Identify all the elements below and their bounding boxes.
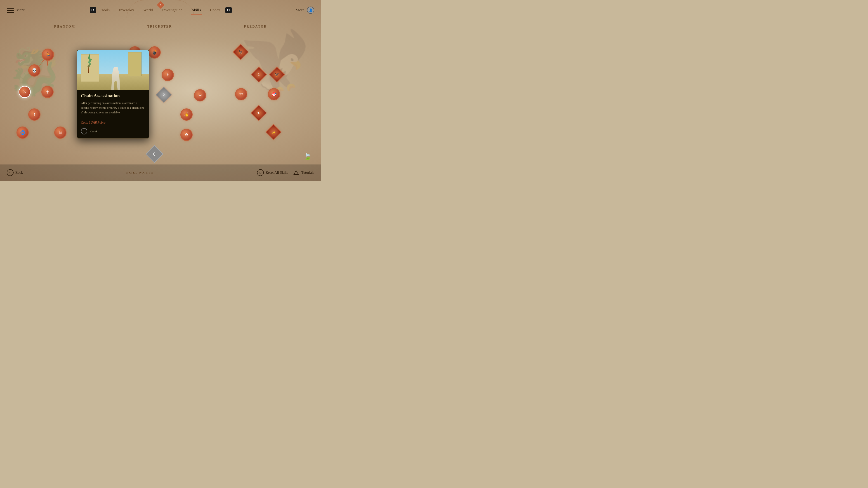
- skill-circle: 🗡: [28, 108, 40, 121]
- tutorials-label: Tutorials: [301, 170, 314, 175]
- menu-label[interactable]: Menu: [16, 8, 25, 12]
- back-label: Back: [16, 170, 23, 175]
- tutorials-button[interactable]: Tutorials: [293, 169, 314, 176]
- nav-center: L1 Tools Inventory World Investigation !…: [90, 6, 232, 14]
- skill-card-description: After performing an assassination, assas…: [81, 101, 145, 115]
- skill-connectors: [0, 32, 68, 66]
- skill-node-phantom-1[interactable]: 🏃: [42, 48, 54, 61]
- skill-circle: 🎯: [268, 88, 280, 100]
- skill-node-phantom-3[interactable]: ⚔: [19, 86, 31, 98]
- skill-diamond: 🦅: [233, 44, 249, 60]
- skill-points-value: 0: [153, 152, 156, 157]
- tab-tools[interactable]: Tools: [97, 6, 114, 14]
- reset-icon: □: [81, 128, 87, 134]
- category-trickster: TRICKSTER: [147, 25, 172, 29]
- skill-tree: 🏃 💀 ⚔ 🗡 🌀 ☠ 🗡 💣 ⚕ 🎯 2 ✂ 👋 ⚙: [0, 32, 321, 163]
- reset-all-button[interactable]: □ Reset All Skills: [257, 169, 288, 176]
- skill-card-title: Chain Assassination: [81, 93, 145, 98]
- menu-icon: [7, 8, 14, 13]
- tab-inventory[interactable]: Inventory: [115, 6, 138, 14]
- skill-point-diamond: 0: [145, 145, 163, 163]
- skill-node-trickster-7[interactable]: ⚙: [180, 129, 193, 141]
- skill-point-container: 0: [148, 148, 161, 160]
- bottom-left: ○ Back: [7, 169, 23, 176]
- skill-node-trickster-2[interactable]: ⚕: [162, 69, 174, 81]
- skill-node-trickster-6[interactable]: 👋: [180, 108, 193, 121]
- skill-circle: ⚙: [180, 129, 193, 141]
- reset-all-icon: □: [257, 169, 264, 176]
- skill-node-predator-1[interactable]: 🦅: [235, 46, 246, 58]
- skill-circle: ⚕: [162, 69, 174, 81]
- back-icon: ○: [7, 169, 13, 176]
- skill-node-phantom-2[interactable]: 💀: [28, 64, 40, 76]
- skill-card-body: Chain Assassination After performing an …: [77, 90, 149, 138]
- skill-node-predator-3[interactable]: 🦅: [271, 69, 283, 80]
- skill-diamond: 👁: [251, 105, 267, 121]
- store-label[interactable]: Store: [296, 8, 304, 12]
- skill-card-reset[interactable]: □ Reset: [81, 128, 145, 134]
- skill-circle: ⚔: [19, 86, 31, 98]
- skill-circle: 🗡: [41, 86, 54, 98]
- leaf-icon: 🍃: [304, 153, 312, 160]
- skill-node-predator-5[interactable]: 🎯: [268, 88, 280, 100]
- scene-building-2: [128, 52, 142, 76]
- tab-skills[interactable]: Skills: [188, 6, 205, 14]
- skill-card-cost: Costs 3 Skill Points: [81, 121, 145, 125]
- skill-circle: ☠: [54, 127, 66, 139]
- reset-label: Reset: [90, 129, 97, 133]
- main-nav: Menu L1 Tools Inventory World Investigat…: [0, 0, 321, 20]
- skill-circle: 💀: [28, 64, 40, 76]
- skill-node-phantom-7[interactable]: 🗡: [41, 86, 54, 98]
- skill-node-predator-2[interactable]: 1: [253, 69, 265, 80]
- skill-node-trickster-4[interactable]: 2: [158, 89, 169, 101]
- skill-node-trickster-5[interactable]: ✂: [194, 89, 206, 101]
- nav-left: Menu: [7, 8, 25, 13]
- skill-card: Chain Assassination After performing an …: [77, 50, 149, 138]
- skill-node-trickster-1[interactable]: 💣: [149, 46, 161, 59]
- back-button[interactable]: ○ Back: [7, 169, 23, 176]
- skill-node-predator-6[interactable]: 👁: [253, 107, 265, 119]
- skill-circle: 🏃: [42, 48, 54, 61]
- skill-circle: 👁: [235, 88, 247, 100]
- skill-circle: 💣: [149, 46, 161, 59]
- skill-diamond: 2: [156, 87, 172, 103]
- category-predator: PREDATOR: [244, 25, 267, 29]
- skill-node-phantom-4[interactable]: 🗡: [28, 108, 40, 121]
- category-phantom: PHANTOM: [54, 25, 75, 29]
- tab-world[interactable]: World: [139, 6, 157, 14]
- skill-diamond: 1: [251, 67, 267, 83]
- skill-diamond: 🦅: [269, 67, 285, 83]
- skill-circle: 🌀: [17, 127, 29, 139]
- tutorials-icon: [293, 169, 300, 176]
- bottom-center: SKILL POINTS: [126, 171, 153, 174]
- nav-right: Store 👤: [296, 6, 314, 14]
- tab-codex[interactable]: Codex: [206, 6, 224, 14]
- store-icon[interactable]: 👤: [307, 6, 314, 14]
- reset-all-label: Reset All Skills: [266, 170, 288, 175]
- svg-marker-21: [294, 170, 298, 174]
- skill-diamond: ✨: [266, 124, 282, 140]
- skill-points-label: SKILL POINTS: [126, 171, 153, 174]
- nav-warning-icon: !: [158, 2, 163, 8]
- skill-circle: 👋: [180, 108, 193, 121]
- skill-circle: ✂: [194, 89, 206, 101]
- skill-node-phantom-6[interactable]: ☠: [54, 127, 66, 139]
- category-labels: PHANTOM TRICKSTER PREDATOR: [0, 25, 321, 29]
- bottom-bar: ○ Back SKILL POINTS □ Reset All Skills T…: [0, 164, 321, 181]
- skill-node-predator-4[interactable]: 👁: [235, 88, 247, 100]
- l1-badge[interactable]: L1: [90, 7, 96, 13]
- skill-node-phantom-5[interactable]: 🌀: [17, 127, 29, 139]
- skill-node-predator-7[interactable]: ✨: [268, 127, 279, 138]
- r1-badge[interactable]: R1: [225, 7, 232, 13]
- skill-card-divider: [81, 118, 145, 118]
- skill-card-image: [77, 50, 149, 90]
- bottom-right: □ Reset All Skills Tutorials: [257, 169, 314, 176]
